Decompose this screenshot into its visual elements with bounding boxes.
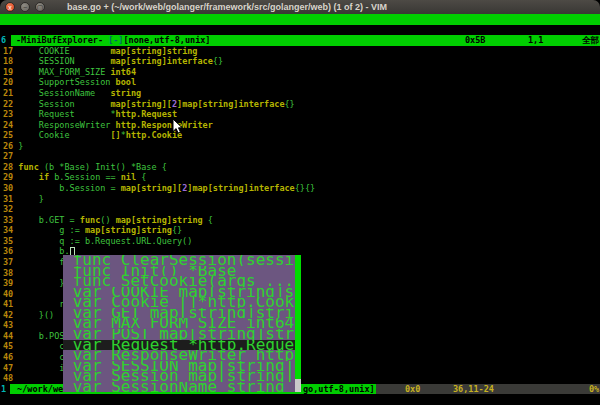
window-titlebar: x − ▢ base.go + (~/work/web/golanger/fra… bbox=[0, 0, 600, 14]
code-token: {} bbox=[285, 99, 295, 109]
line-number: 22 bbox=[3, 99, 18, 109]
main-status-path: ~/work/we bbox=[12, 384, 63, 395]
code-token: http.Request bbox=[116, 109, 177, 119]
vim-modeline: -- 全能补全 (^O^N^P) 匹配 9 / 14 bbox=[0, 394, 600, 405]
line-number: 21 bbox=[3, 88, 18, 98]
code-token bbox=[18, 172, 38, 182]
line-number: 38 bbox=[3, 268, 18, 278]
code-line[interactable]: 35 q := b.Request.URL.Query() bbox=[0, 236, 600, 247]
code-line[interactable]: 18 SESSION map[string]interface{} bbox=[0, 56, 600, 67]
line-number: 48 bbox=[3, 373, 18, 383]
code-token: b.POS bbox=[18, 331, 64, 341]
code-line[interactable]: 22 Session map[string][2]map[string]inte… bbox=[0, 99, 600, 110]
code-token: {}{} bbox=[295, 183, 315, 193]
code-line[interactable]: 24 ResponseWriter http.ResponseWriter bbox=[0, 120, 600, 131]
popup-item[interactable]: func SetCookie(args ...interface) bbox=[63, 276, 295, 287]
popup-item[interactable]: var Cookie []*http.Cookie bbox=[63, 297, 295, 308]
code-token: ]map[string]interface bbox=[177, 99, 284, 109]
line-number: 31 bbox=[3, 194, 18, 204]
popup-item[interactable]: var MAX_FORM_SIZE int64 bbox=[63, 318, 295, 329]
line-number: 46 bbox=[3, 352, 18, 362]
line-number: 40 bbox=[3, 289, 18, 299]
line-number: 26 bbox=[3, 141, 18, 151]
popup-item[interactable]: var GET map[string]string bbox=[63, 308, 295, 319]
code-token: { bbox=[136, 172, 146, 182]
code-token: g := bbox=[18, 225, 85, 235]
popup-scrollbar[interactable] bbox=[295, 255, 301, 392]
code-token: b. bbox=[18, 246, 69, 256]
code-token: map[string][ bbox=[110, 99, 171, 109]
main-status-scroll: 0% bbox=[589, 384, 599, 395]
code-line[interactable]: 28 func (b *Base) Init() *Base { bbox=[0, 162, 600, 173]
code-token: r bbox=[18, 299, 64, 309]
code-token: { bbox=[203, 215, 213, 225]
popup-item[interactable]: var ResponseWriter http.ResponseWriter bbox=[63, 350, 295, 361]
code-line[interactable]: 34 g := map[string]string{} bbox=[0, 225, 600, 236]
main-window-number: 1 bbox=[1, 384, 6, 395]
minimize-icon[interactable]: − bbox=[20, 2, 30, 12]
popup-item[interactable]: func ClearSession(sessionSign string) bbox=[63, 255, 295, 266]
popup-item[interactable]: var POST map[string]string bbox=[63, 329, 295, 340]
code-line[interactable]: 32 bbox=[0, 204, 600, 215]
main-status-hex: 0x0 bbox=[405, 384, 420, 395]
popup-item-selected[interactable]: var Request *http.Request bbox=[63, 340, 295, 351]
code-token: Session bbox=[18, 99, 110, 109]
code-line[interactable]: 30 b.Session = map[string][2]map[string]… bbox=[0, 183, 600, 194]
popup-item[interactable]: var SessionName string bbox=[63, 382, 295, 393]
code-token: ]map[string]interface bbox=[187, 183, 294, 193]
code-line[interactable]: 25 Cookie []*http.Cookie bbox=[0, 130, 600, 141]
code-line[interactable]: 21 SessionName string bbox=[0, 88, 600, 99]
code-line[interactable]: 33 b.GET = func() map[string]string { bbox=[0, 215, 600, 226]
line-number: 23 bbox=[3, 109, 18, 119]
line-number: 32 bbox=[3, 204, 18, 214]
code-token: Request * bbox=[18, 109, 115, 119]
line-number: 27 bbox=[3, 151, 18, 161]
code-line[interactable]: 27 bbox=[0, 151, 600, 162]
popup-item-list: func ClearSession(sessionSign string) fu… bbox=[63, 255, 301, 392]
close-icon[interactable]: x bbox=[5, 2, 15, 12]
code-token: if bbox=[39, 172, 49, 182]
code-token: Cookie bbox=[18, 130, 110, 140]
popup-item[interactable]: var COOKIE map[string]string bbox=[63, 287, 295, 298]
line-number: 43 bbox=[3, 320, 18, 330]
code-line[interactable]: 23 Request *http.Request bbox=[0, 109, 600, 120]
code-line[interactable]: 26 } bbox=[0, 141, 600, 152]
code-line[interactable]: 17 COOKIE map[string]string bbox=[0, 46, 600, 57]
line-number: 33 bbox=[3, 215, 18, 225]
code-token: SupportSession bbox=[18, 77, 115, 87]
line-number: 24 bbox=[3, 120, 18, 130]
code-token: MAX_FORM_SIZE bbox=[18, 67, 110, 77]
code-token: } bbox=[18, 194, 44, 204]
vim-tabline[interactable]: 2+ base.go bbox=[0, 14, 600, 25]
code-token: map[string]string bbox=[116, 215, 203, 225]
code-line[interactable]: 31 } bbox=[0, 194, 600, 205]
popup-scrollbar-track[interactable] bbox=[295, 379, 301, 392]
code-line[interactable]: 29 if b.Session == nil { bbox=[0, 172, 600, 183]
line-number: 35 bbox=[3, 236, 18, 246]
code-token: func bbox=[80, 215, 100, 225]
code-token: SessionName bbox=[18, 88, 110, 98]
code-token: c bbox=[18, 341, 64, 351]
line-number: 44 bbox=[3, 331, 18, 341]
code-token: {} bbox=[172, 225, 182, 235]
maximize-icon[interactable]: ▢ bbox=[35, 2, 45, 12]
popup-item[interactable]: func Init() *Base bbox=[63, 266, 295, 277]
code-token: int64 bbox=[110, 67, 136, 77]
popup-scrollbar-thumb[interactable] bbox=[295, 255, 301, 379]
minibuf-status-flag: [-] bbox=[108, 35, 123, 45]
line-number: 18 bbox=[3, 56, 18, 66]
code-line[interactable]: 19 MAX_FORM_SIZE int64 bbox=[0, 67, 600, 78]
popup-item[interactable]: var SESSION map[string]interface bbox=[63, 361, 295, 372]
code-token: map[string][ bbox=[121, 183, 182, 193]
code-token: i bbox=[18, 363, 64, 373]
popup-item[interactable]: var Session map[string][2]map[string]int… bbox=[63, 371, 295, 382]
code-token: () bbox=[100, 215, 115, 225]
line-number: 37 bbox=[3, 257, 18, 267]
code-token: map[string]interface bbox=[110, 56, 212, 66]
code-line[interactable]: 20 SupportSession bool bbox=[0, 77, 600, 88]
code-token: bool bbox=[116, 77, 136, 87]
code-token: b.Session == bbox=[49, 172, 121, 182]
mouse-pointer-icon bbox=[172, 119, 184, 135]
completion-popup: func ClearSession(sessionSign string) fu… bbox=[63, 255, 301, 392]
line-number: 25 bbox=[3, 130, 18, 140]
